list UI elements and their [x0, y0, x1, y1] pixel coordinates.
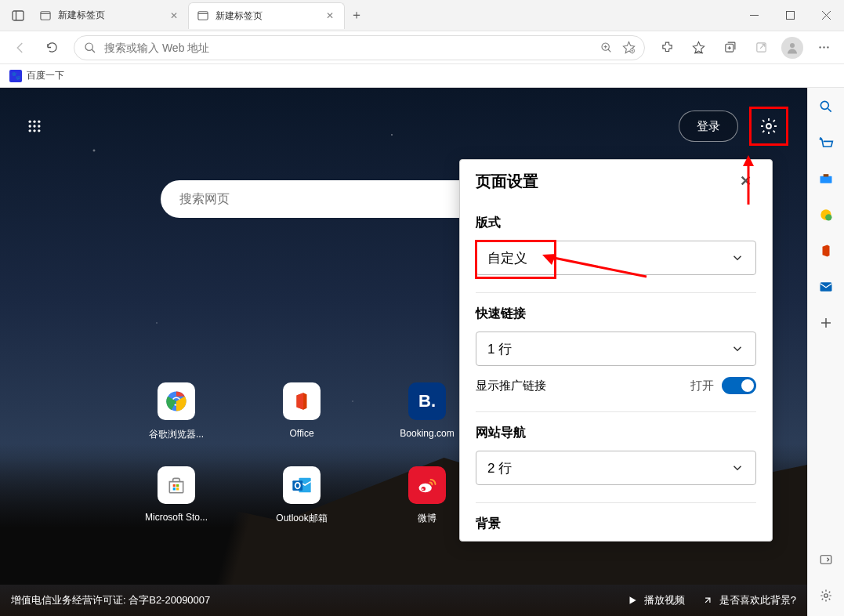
ntp-footer: 增值电信业务经营许可证: 合字B2-20090007 播放视频 是否喜欢此背景?	[0, 585, 807, 616]
show-promo-label: 显示推广链接	[476, 379, 546, 393]
svg-rect-41	[173, 484, 176, 487]
svg-point-36	[38, 129, 40, 132]
refresh-button[interactable]	[38, 34, 66, 62]
svg-rect-54	[824, 174, 829, 176]
bookmark-bar: 🐾 百度一下	[0, 64, 844, 88]
svg-point-28	[29, 121, 31, 123]
bookmark-baidu[interactable]: 百度一下	[27, 69, 64, 82]
edge-sidebar	[807, 88, 844, 616]
sidebar-collapse-icon[interactable]	[817, 550, 835, 569]
chevron-down-icon	[730, 461, 744, 475]
profile-button[interactable]	[778, 34, 806, 62]
svg-point-61	[824, 594, 828, 598]
layout-dropdown[interactable]: 自定义	[476, 241, 756, 275]
tab-title: 新建标签页	[216, 9, 263, 23]
address-input[interactable]	[104, 42, 592, 54]
extensions-button[interactable]	[653, 34, 681, 62]
svg-point-31	[29, 125, 31, 127]
quicklink-label: Microsoft Sto...	[145, 512, 208, 523]
background-label: 背景	[476, 516, 756, 532]
svg-rect-60	[820, 556, 831, 564]
layout-label: 版式	[476, 215, 756, 231]
back-button[interactable]	[6, 34, 34, 62]
tab-0[interactable]: 新建标签页 ✕	[31, 2, 188, 29]
svg-point-32	[33, 125, 35, 127]
svg-point-33	[38, 125, 40, 127]
menu-button[interactable]	[810, 34, 838, 62]
quicklink-label: Booking.com	[400, 428, 454, 439]
login-button[interactable]: 登录	[679, 111, 738, 142]
sidebar-outlook-icon[interactable]	[817, 277, 835, 296]
svg-rect-0	[13, 11, 24, 20]
outlook-icon	[283, 466, 321, 504]
zoom-icon[interactable]	[599, 40, 614, 56]
quicklink-label: 谷歌浏览器...	[149, 428, 204, 441]
sidebar-search-icon[interactable]	[817, 97, 835, 116]
like-background-button[interactable]: 是否喜欢此背景?	[702, 593, 796, 607]
svg-point-35	[33, 129, 35, 132]
sidebar-add-button[interactable]	[817, 313, 835, 332]
play-video-button[interactable]: 播放视频	[627, 593, 685, 607]
sidebar-shopping-icon[interactable]	[817, 133, 835, 152]
tab-favicon-icon	[197, 9, 209, 22]
minimize-button[interactable]	[736, 0, 772, 31]
svg-rect-2	[41, 11, 50, 20]
collections-button[interactable]	[715, 34, 744, 62]
svg-line-15	[608, 49, 610, 52]
tab-actions-icon[interactable]	[5, 2, 31, 29]
office-icon	[283, 382, 321, 420]
tab-favicon-icon	[39, 9, 52, 22]
quicklinks-dropdown[interactable]: 1 行	[476, 332, 756, 366]
svg-rect-53	[820, 176, 832, 183]
quicklink-label: Office	[289, 428, 313, 439]
svg-point-56	[825, 214, 831, 220]
toggle-state-label: 打开	[690, 379, 714, 393]
quicklinks-label: 快速链接	[476, 306, 756, 322]
quicklink-msstore[interactable]: Microsoft Sto...	[149, 466, 204, 525]
sidebar-games-icon[interactable]	[817, 205, 835, 224]
tab-title: 新建标签页	[58, 9, 105, 22]
page-settings-button[interactable]	[749, 107, 788, 146]
svg-rect-4	[198, 12, 208, 20]
svg-point-26	[823, 46, 824, 48]
sidebar-tools-icon[interactable]	[817, 169, 835, 188]
panel-title: 页面设置	[476, 171, 538, 192]
search-icon	[82, 40, 98, 56]
svg-point-34	[29, 129, 31, 132]
maximize-button[interactable]	[772, 0, 808, 31]
tab-strip: 新建标签页 ✕ 新建标签页 ✕ ＋	[0, 2, 736, 29]
svg-point-24	[790, 43, 795, 48]
apps-grid-button[interactable]	[19, 111, 50, 142]
close-icon[interactable]: ✕	[734, 170, 756, 192]
close-icon[interactable]: ✕	[324, 9, 336, 22]
quicklink-outlook[interactable]: Outlook邮箱	[274, 466, 329, 525]
chrome-icon	[158, 382, 195, 420]
quicklink-weibo[interactable]: 微博	[400, 466, 455, 525]
quicklink-chrome[interactable]: 谷歌浏览器...	[149, 382, 204, 441]
sidebar-settings-icon[interactable]	[817, 586, 835, 605]
share-button[interactable]	[747, 34, 775, 62]
booking-icon: B.	[408, 382, 446, 420]
avatar-icon	[781, 37, 803, 59]
quicklink-office[interactable]: Office	[274, 382, 329, 441]
close-icon[interactable]: ✕	[168, 9, 180, 22]
sidebar-office-icon[interactable]	[817, 241, 835, 260]
promo-toggle[interactable]	[722, 377, 756, 394]
svg-point-37	[766, 124, 771, 129]
svg-point-30	[38, 121, 40, 123]
chevron-down-icon	[730, 251, 744, 265]
window-controls	[736, 0, 844, 31]
svg-point-25	[819, 46, 820, 48]
quicklink-label: Outlook邮箱	[276, 512, 327, 525]
new-tab-button[interactable]: ＋	[345, 4, 368, 27]
close-window-button[interactable]	[808, 0, 844, 31]
favorites-button[interactable]	[684, 34, 712, 62]
favorite-star-icon[interactable]	[621, 40, 636, 56]
nav-dropdown[interactable]: 2 行	[476, 451, 756, 485]
svg-rect-57	[820, 282, 832, 292]
address-bar[interactable]	[74, 35, 645, 60]
chevron-down-icon	[730, 342, 744, 356]
tab-1[interactable]: 新建标签页 ✕	[188, 2, 345, 29]
title-bar: 新建标签页 ✕ 新建标签页 ✕ ＋	[0, 0, 844, 31]
quicklink-booking[interactable]: B. Booking.com	[400, 382, 455, 441]
